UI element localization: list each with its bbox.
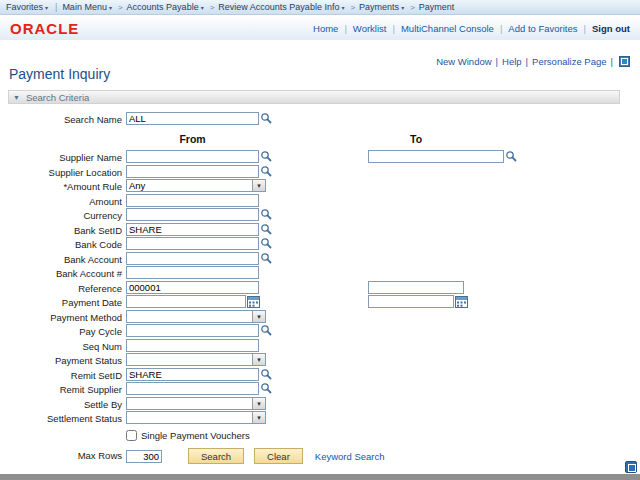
amount-rule-select-value: Any (127, 180, 252, 191)
single-payment-vouchers-checkbox[interactable] (126, 430, 137, 441)
remit-supplier-control (126, 382, 273, 395)
brand-bar: ORACLE Home|Worklist|MultiChannel Consol… (0, 16, 640, 40)
remit-setid-row: Remit SetID (0, 368, 640, 383)
payment-date-input[interactable] (126, 295, 246, 308)
lookup-icon[interactable] (260, 208, 273, 221)
sign-out-link[interactable]: Sign out (592, 23, 630, 34)
copy-url-icon[interactable] (619, 56, 630, 67)
lookup-icon[interactable] (260, 237, 273, 250)
bank-account-num-control (126, 266, 259, 279)
breadcrumb-item[interactable]: Payment (419, 2, 455, 12)
payment-status-control: ▾ (126, 353, 266, 366)
currency-input[interactable] (126, 208, 259, 221)
supplier-name-input[interactable] (126, 150, 259, 163)
universal-navigation-bar: Favorites ▾ | Main Menu ▾ >Accounts Paya… (0, 0, 640, 15)
supplier-location-input[interactable] (126, 165, 259, 178)
max-rows-label: Max Rows (0, 450, 122, 461)
dropdown-arrow-icon[interactable]: ▾ (252, 180, 265, 191)
new-window-link[interactable]: New Window (436, 56, 491, 67)
bottom-strip (0, 474, 640, 480)
header-link-home[interactable]: Home (313, 23, 338, 34)
bank-account-num-input[interactable] (126, 266, 259, 279)
supplier-name-to-input[interactable] (368, 150, 504, 163)
dropdown-arrow-icon[interactable]: ▾ (252, 412, 265, 423)
amount-rule-select[interactable]: Any▾ (126, 179, 266, 192)
reference-row: Reference (0, 281, 640, 296)
bank-setid-label: Bank SetID (0, 225, 122, 236)
keyword-search-link[interactable]: Keyword Search (315, 451, 385, 462)
page-corner-icon[interactable] (625, 461, 637, 473)
calendar-icon[interactable] (455, 295, 468, 308)
amount-rule-control: Any▾ (126, 179, 266, 192)
lookup-icon[interactable] (260, 252, 273, 265)
payment-method-select[interactable]: ▾ (126, 310, 266, 323)
lookup-icon[interactable] (260, 112, 273, 125)
favorites-menu-label: Favorites (6, 2, 43, 12)
pay-cycle-input[interactable] (126, 324, 259, 337)
payment-date-to-input[interactable] (368, 295, 454, 308)
dropdown-arrow-icon[interactable]: ▾ (252, 354, 265, 365)
settle-by-select[interactable]: ▾ (126, 397, 266, 410)
bank-code-input[interactable] (126, 237, 259, 250)
search-criteria-header[interactable]: ▼ Search Criteria (8, 90, 620, 104)
search-button[interactable]: Search (188, 448, 244, 464)
reference-input[interactable] (126, 281, 259, 294)
collapse-triangle-icon[interactable]: ▼ (13, 94, 20, 101)
lookup-icon[interactable] (260, 223, 273, 236)
dropdown-arrow-icon[interactable]: ▾ (252, 398, 265, 409)
max-rows-input[interactable] (126, 450, 162, 463)
amount-input[interactable] (126, 194, 259, 207)
reference-to-input[interactable] (368, 281, 464, 294)
chevron-down-icon: ▾ (401, 5, 404, 11)
bank-account-input[interactable] (126, 252, 259, 265)
settle-by-control: ▾ (126, 397, 266, 410)
help-link[interactable]: Help (502, 56, 522, 67)
bank-code-label: Bank Code (0, 239, 122, 250)
link-separator: | (611, 56, 613, 67)
remit-setid-input[interactable] (126, 368, 259, 381)
supplier-name-to-control (368, 150, 518, 163)
link-separator: | (496, 56, 498, 67)
link-separator: | (344, 23, 346, 34)
breadcrumb-separator: > (210, 3, 215, 12)
payment-method-label: Payment Method (0, 312, 122, 323)
payment-status-label: Payment Status (0, 355, 122, 366)
bank-setid-row: Bank SetID (0, 223, 640, 238)
favorites-menu[interactable]: Favorites ▾ (6, 2, 50, 12)
bank-account-num-label: Bank Account # (0, 268, 122, 279)
bank-setid-input[interactable] (126, 223, 259, 236)
single-payment-vouchers-label: Single Payment Vouchers (141, 430, 250, 441)
lookup-icon[interactable] (505, 150, 518, 163)
search-name-row: Search Name (0, 112, 640, 127)
payment-method-control: ▾ (126, 310, 266, 323)
link-separator: | (500, 23, 502, 34)
header-link-worklist[interactable]: Worklist (353, 23, 387, 34)
main-menu[interactable]: Main Menu ▾ (62, 2, 114, 12)
currency-label: Currency (0, 210, 122, 221)
breadcrumb-item[interactable]: Review Accounts Payable Info (218, 2, 339, 12)
supplier-name-row: Supplier Name (0, 150, 640, 165)
clear-button[interactable]: Clear (254, 448, 303, 464)
lookup-icon[interactable] (260, 368, 273, 381)
payment-status-select[interactable]: ▾ (126, 353, 266, 366)
settlement-status-select[interactable]: ▾ (126, 411, 266, 424)
breadcrumb-item[interactable]: Accounts Payable (127, 2, 199, 12)
breadcrumb-item[interactable]: Payments (359, 2, 399, 12)
header-link-multichannel-console[interactable]: MultiChannel Console (401, 23, 494, 34)
lookup-icon[interactable] (260, 150, 273, 163)
dropdown-arrow-icon[interactable]: ▾ (252, 311, 265, 322)
bank-code-row: Bank Code (0, 237, 640, 252)
header-links: Home|Worklist|MultiChannel Console|Add t… (313, 23, 630, 34)
pay-cycle-row: Pay Cycle (0, 324, 640, 339)
lookup-icon[interactable] (260, 324, 273, 337)
breadcrumb: >Accounts Payable▾>Review Accounts Payab… (114, 2, 454, 12)
payment-status-select-value (127, 354, 252, 365)
seq-num-input[interactable] (126, 339, 259, 352)
lookup-icon[interactable] (260, 382, 273, 395)
lookup-icon[interactable] (260, 165, 273, 178)
calendar-icon[interactable] (247, 295, 260, 308)
search-name-input[interactable] (126, 112, 259, 125)
header-link-add-to-favorites[interactable]: Add to Favorites (508, 23, 577, 34)
remit-supplier-input[interactable] (126, 382, 259, 395)
personalize-page-link[interactable]: Personalize Page (532, 56, 606, 67)
